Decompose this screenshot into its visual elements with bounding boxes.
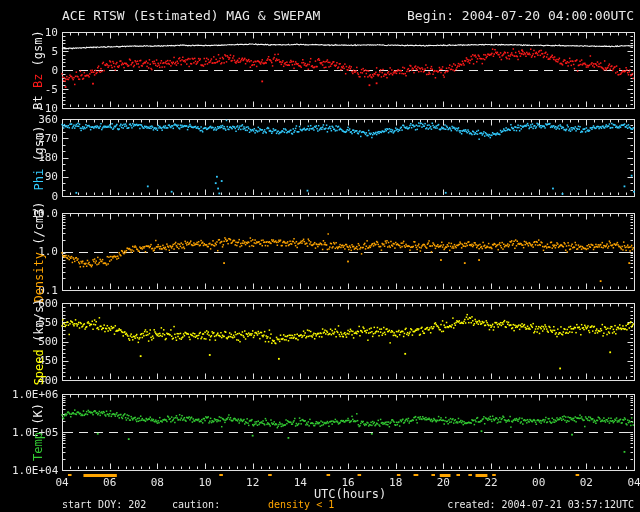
y-axis-title-segment: (gsm) [31, 30, 45, 73]
start-doy-label: start DOY: 202 [62, 499, 146, 510]
x-tick-label: 04 [622, 476, 640, 489]
y-axis-title-segment: (K) [31, 403, 45, 432]
x-tick-label: 08 [145, 476, 169, 489]
page-title: ACE RTSW (Estimated) MAG & SWEPAM [62, 8, 320, 23]
x-tick-label: 02 [574, 476, 598, 489]
y-axis-title-segment: Phi [31, 168, 45, 190]
y-axis-title-segment: Temp [31, 432, 45, 461]
x-tick-label: 16 [336, 476, 360, 489]
x-tick-label: 22 [479, 476, 503, 489]
plot-canvas [0, 0, 640, 512]
x-tick-label: 18 [384, 476, 408, 489]
x-tick-label: 20 [431, 476, 455, 489]
caution-value: density < 1 [268, 499, 334, 510]
y-axis-title-speed: Speed (km/s) [30, 289, 46, 394]
y-axis-title-segment: Bz [31, 74, 45, 88]
x-tick-label: 10 [193, 476, 217, 489]
caution-label: caution: [172, 499, 220, 510]
x-tick-label: 12 [241, 476, 265, 489]
ace-rtsw-plot: ACE RTSW (Estimated) MAG & SWEPAM Begin:… [0, 0, 640, 512]
y-axis-title-temp: Temp (K) [30, 380, 46, 484]
x-tick-label: 00 [527, 476, 551, 489]
begin-timestamp: Begin: 2004-07-20 04:00:00UTC [407, 8, 634, 23]
y-axis-title-segment: (gsm) [31, 125, 45, 168]
created-timestamp: created: 2004-07-21 03:57:12UTC [447, 499, 634, 510]
y-axis-title-phi: Phi (gsm) [30, 105, 46, 210]
x-tick-label: 04 [50, 476, 74, 489]
y-axis-title-segment: (/cm3) [31, 201, 45, 252]
y-axis-title-density: Density (/cm3) [30, 199, 46, 304]
y-axis-title-segment: (km/s) [31, 298, 45, 349]
x-tick-label: 06 [98, 476, 122, 489]
x-tick-label: 14 [288, 476, 312, 489]
